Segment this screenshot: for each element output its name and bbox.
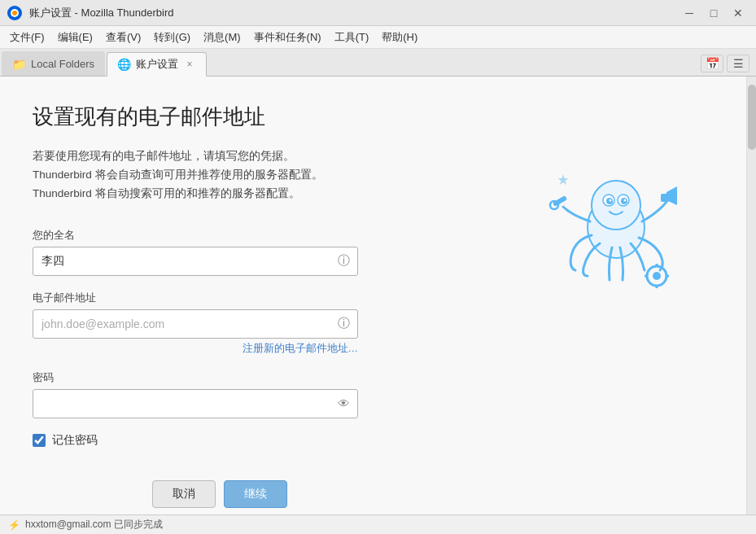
register-new-email-link[interactable]: 注册新的电子邮件地址…: [33, 342, 358, 356]
menu-bar: 文件(F) 编辑(E) 查看(V) 转到(G) 消息(M) 事件和任务(N) 工…: [0, 26, 756, 49]
continue-button[interactable]: 继续: [224, 480, 287, 508]
content-area: 设置现有的电子邮件地址 若要使用您现有的电子邮件地址，请填写您的凭据。Thund…: [0, 77, 746, 514]
menu-help[interactable]: 帮助(H): [375, 28, 424, 47]
close-button[interactable]: ✕: [727, 5, 749, 21]
name-input[interactable]: [33, 247, 358, 276]
app-icon: [7, 5, 23, 21]
tab-close-button[interactable]: ×: [183, 58, 196, 71]
menu-file[interactable]: 文件(F): [3, 28, 51, 47]
tab-account-settings[interactable]: 🌐 账户设置 ×: [107, 52, 207, 77]
password-input[interactable]: [33, 389, 358, 418]
name-info-icon[interactable]: ⓘ: [338, 253, 350, 269]
name-input-wrapper: ⓘ: [33, 247, 358, 276]
svg-point-9: [610, 199, 612, 202]
sync-status-text: hxxtom@gmail.com 已同步完成: [25, 518, 163, 532]
globe-icon: 🌐: [117, 58, 131, 71]
remember-password-row: 记住密码: [33, 433, 714, 448]
name-field-group: 您的全名 ⓘ: [33, 228, 358, 276]
password-label: 密码: [33, 370, 358, 385]
sync-icon: ⚡: [8, 519, 20, 531]
menu-edit[interactable]: 编辑(E): [51, 28, 99, 47]
menu-events[interactable]: 事件和任务(N): [247, 28, 328, 47]
tab-local-folders[interactable]: 📁 Local Folders: [2, 51, 105, 76]
title-bar: 账户设置 - Mozilla Thunderbird ─ □ ✕: [0, 0, 756, 26]
calendar-button[interactable]: 📅: [701, 55, 723, 72]
password-field-group: 密码 👁: [33, 370, 358, 418]
email-label: 电子邮件地址: [33, 291, 358, 305]
name-label: 您的全名: [33, 228, 358, 243]
cancel-button[interactable]: 取消: [152, 480, 216, 508]
scrollbar[interactable]: [746, 77, 756, 514]
status-bar: ⚡ hxxtom@gmail.com 已同步完成: [0, 514, 756, 534]
svg-point-10: [624, 199, 627, 202]
email-info-icon[interactable]: ⓘ: [338, 316, 350, 331]
email-input-wrapper: ⓘ: [33, 309, 358, 339]
tasks-button[interactable]: ☰: [727, 55, 749, 72]
maximize-button[interactable]: □: [702, 5, 725, 21]
menu-goto[interactable]: 转到(G): [147, 28, 197, 47]
main-area: 设置现有的电子邮件地址 若要使用您现有的电子邮件地址，请填写您的凭据。Thund…: [0, 77, 756, 514]
svg-point-4: [592, 181, 640, 230]
password-input-wrapper: 👁: [33, 389, 358, 418]
mascot-illustration: [535, 150, 697, 313]
svg-point-2: [12, 11, 17, 15]
window-title: 账户设置 - Mozilla Thunderbird: [29, 6, 173, 20]
button-row: 取消 继续: [33, 480, 407, 508]
remember-password-label[interactable]: 记住密码: [52, 433, 98, 448]
svg-point-16: [653, 272, 661, 280]
tab-bar: 📁 Local Folders 🌐 账户设置 × 📅 ☰: [0, 49, 756, 77]
page-title: 设置现有的电子邮件地址: [33, 103, 714, 131]
folder-icon: 📁: [12, 58, 26, 71]
menu-tools[interactable]: 工具(T): [328, 28, 376, 47]
remember-password-checkbox[interactable]: [33, 434, 46, 447]
scrollbar-thumb[interactable]: [748, 85, 756, 150]
tab-label-account-settings: 账户设置: [136, 57, 178, 72]
email-input[interactable]: [33, 309, 358, 339]
tab-label-local-folders: Local Folders: [31, 58, 94, 70]
menu-message[interactable]: 消息(M): [197, 28, 247, 47]
email-field-group: 电子邮件地址 ⓘ 注册新的电子邮件地址…: [33, 291, 358, 356]
svg-rect-14: [661, 194, 669, 202]
window-controls: ─ □ ✕: [678, 5, 749, 21]
minimize-button[interactable]: ─: [678, 5, 701, 21]
menu-view[interactable]: 查看(V): [99, 28, 147, 47]
page-description: 若要使用您现有的电子邮件地址，请填写您的凭据。Thunderbird 将会自动查…: [33, 147, 407, 204]
password-toggle-icon[interactable]: 👁: [338, 396, 350, 410]
